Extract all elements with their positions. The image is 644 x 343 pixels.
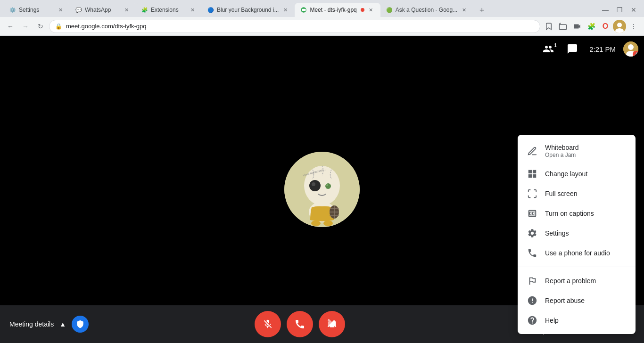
settings-favicon: ⚙️ — [9, 7, 16, 13]
shield-button[interactable] — [72, 316, 89, 333]
menu-item-change-layout[interactable]: Change layout — [518, 164, 636, 184]
report-abuse-title: Report abuse — [545, 296, 626, 305]
bookmark-button[interactable] — [542, 20, 555, 33]
whiteboard-title: Whiteboard — [545, 143, 626, 152]
meeting-details-chevron: ▲ — [59, 320, 66, 328]
help-title: Help — [545, 316, 626, 325]
svg-rect-2 — [560, 24, 567, 30]
new-tab-button[interactable]: + — [475, 4, 488, 17]
address-bar[interactable]: 🔒 meet.google.com/dts-iyfk-gpq — [49, 20, 540, 33]
meet-favicon — [300, 7, 307, 13]
settings-menu-text: Settings — [545, 229, 626, 237]
extensions-button[interactable]: 🧩 — [585, 20, 598, 33]
report-abuse-text: Report abuse — [545, 296, 626, 305]
blur-favicon: 🔵 — [207, 7, 214, 13]
phone-audio-title: Use a phone for audio — [545, 249, 626, 257]
maximize-button[interactable]: ❐ — [613, 5, 626, 15]
fullscreen-text: Full screen — [545, 189, 626, 198]
opera-button[interactable]: O — [599, 20, 612, 33]
tab-whatsapp-close[interactable]: ✕ — [123, 6, 130, 14]
svg-point-19 — [323, 220, 333, 226]
settings-menu-title: Settings — [545, 229, 626, 237]
report-abuse-icon — [527, 295, 537, 306]
mute-button[interactable] — [255, 311, 281, 337]
chat-button[interactable] — [563, 40, 582, 58]
tab-ask-close[interactable]: ✕ — [460, 6, 468, 14]
fullscreen-icon — [527, 188, 537, 199]
tab-extensions-title: Extensions — [151, 7, 186, 13]
omnibar-actions: 🧩 O ⋮ — [542, 20, 640, 33]
report-problem-title: Report a problem — [545, 277, 626, 285]
menu-item-phone-audio[interactable]: Use a phone for audio — [518, 243, 636, 263]
profile-avatar[interactable] — [613, 20, 626, 33]
meeting-details[interactable]: Meeting details ▲ — [9, 316, 89, 333]
whiteboard-icon — [527, 146, 537, 156]
participants-count: 1 — [554, 43, 557, 48]
tab-ask-title: Ask a Question - Goog... — [396, 7, 457, 13]
menu-item-report-abuse[interactable]: Report abuse — [518, 291, 636, 310]
user-avatar-top[interactable]: 🎤 — [623, 41, 638, 57]
menu-section-1: Whiteboard Open a Jam Change layout — [518, 135, 636, 267]
tab-whatsapp-title: WhatsApp — [85, 7, 120, 13]
tab-meet-title: Meet - dts-iyfk-gpq — [310, 7, 356, 13]
menu-item-fullscreen[interactable]: Full screen — [518, 184, 636, 204]
camera-off-button[interactable] — [319, 311, 345, 337]
change-layout-text: Change layout — [545, 170, 626, 178]
tab-extensions-close[interactable]: ✕ — [189, 6, 196, 14]
svg-point-18 — [311, 220, 321, 226]
tab-blur-title: Blur your Background i... — [217, 7, 279, 13]
browser-frame: ⚙️ Settings ✕ 💬 WhatsApp ✕ 🧩 Extensions … — [0, 0, 644, 343]
tab-bar: ⚙️ Settings ✕ 💬 WhatsApp ✕ 🧩 Extensions … — [0, 0, 644, 17]
captions-text: Turn on captions — [545, 209, 626, 218]
svg-point-22 — [628, 44, 634, 50]
settings-menu-icon — [527, 228, 537, 238]
dropdown-menu: Whiteboard Open a Jam Change layout — [518, 135, 636, 334]
top-bar-overlay: 1 2:21 PM 🎤 — [0, 36, 644, 62]
report-problem-text: Report a problem — [545, 277, 626, 285]
phone-audio-text: Use a phone for audio — [545, 249, 626, 257]
forward-button[interactable]: → — [19, 20, 32, 33]
minimize-button[interactable]: — — [599, 5, 612, 15]
tab-blur-close[interactable]: ✕ — [281, 6, 289, 14]
svg-point-11 — [326, 184, 328, 186]
tab-ask[interactable]: 🟢 Ask a Question - Goog... ✕ — [380, 3, 473, 17]
reload-button[interactable]: ↻ — [34, 20, 47, 33]
help-text: Help — [545, 316, 626, 325]
help-icon — [527, 315, 537, 326]
menu-item-help[interactable]: Help — [518, 310, 636, 330]
svg-point-10 — [325, 183, 331, 189]
tab-settings-close[interactable]: ✕ — [57, 6, 64, 14]
whiteboard-subtitle: Open a Jam — [545, 152, 626, 159]
lock-icon: 🔒 — [55, 23, 62, 30]
participants-button[interactable]: 1 — [540, 40, 559, 58]
svg-point-8 — [309, 180, 321, 191]
cast-button[interactable] — [556, 20, 570, 33]
captions-title: Turn on captions — [545, 209, 626, 218]
camera-btn-omnibar[interactable] — [570, 20, 584, 33]
end-call-button[interactable] — [287, 311, 313, 337]
fullscreen-title: Full screen — [545, 189, 626, 198]
close-window-button[interactable]: ✕ — [627, 5, 640, 15]
user-avatar-video: i love nightmares... — [284, 152, 360, 227]
menu-item-report-problem[interactable]: Report a problem — [518, 271, 636, 291]
tab-meet[interactable]: Meet - dts-iyfk-gpq ✕ — [295, 3, 380, 17]
tab-meet-close[interactable]: ✕ — [367, 6, 375, 14]
call-controls — [255, 311, 345, 337]
meet-recording-dot — [361, 8, 364, 12]
tab-settings[interactable]: ⚙️ Settings ✕ — [4, 3, 70, 17]
video-area: i love nightmares... 1 — [0, 36, 644, 343]
menu-item-whiteboard[interactable]: Whiteboard Open a Jam — [518, 139, 636, 164]
whatsapp-favicon: 💬 — [75, 7, 82, 13]
captions-icon — [527, 208, 537, 219]
tab-blur[interactable]: 🔵 Blur your Background i... ✕ — [202, 3, 295, 17]
tab-whatsapp[interactable]: 💬 WhatsApp ✕ — [70, 3, 136, 17]
back-button[interactable]: ← — [4, 20, 17, 33]
url-text: meet.google.com/dts-iyfk-gpq — [66, 23, 147, 30]
menu-button[interactable]: ⋮ — [627, 20, 640, 33]
tab-extensions[interactable]: 🧩 Extensions ✕ — [136, 3, 202, 17]
omnibar: ← → ↻ 🔒 meet.google.com/dts-iyfk-gpq 🧩 O… — [0, 17, 644, 36]
menu-item-captions[interactable]: Turn on captions — [518, 204, 636, 223]
main-content: i love nightmares... 1 — [0, 36, 644, 343]
time-display: 2:21 PM — [586, 45, 619, 53]
menu-item-settings[interactable]: Settings — [518, 223, 636, 243]
